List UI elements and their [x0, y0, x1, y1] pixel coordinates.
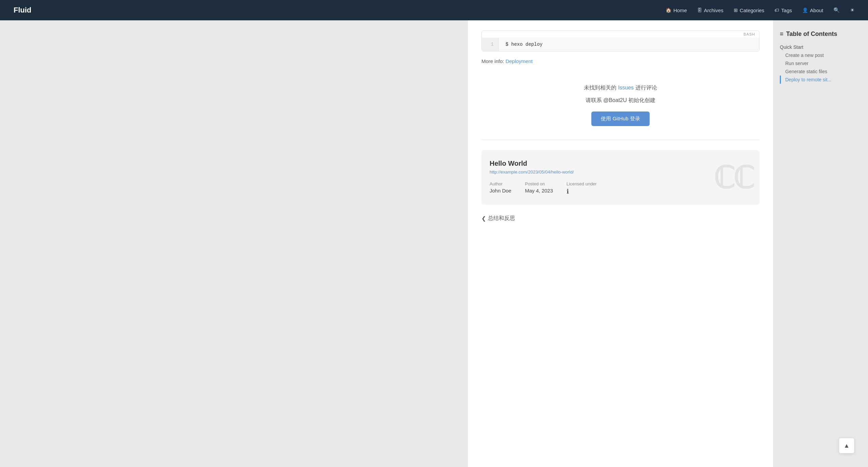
nav-theme[interactable]: ☀ [850, 7, 854, 13]
right-sidebar: ≡ Table of Contents Quick Start Create a… [773, 20, 868, 467]
author-meta: Author John Doe [490, 181, 511, 195]
toc-item-newpost[interactable]: Create a new post [780, 51, 861, 59]
prev-post-link[interactable]: ❮ 总结和反思 [481, 215, 515, 222]
code-body: 1 $ hexo deploy [482, 38, 759, 51]
toc-icon: ≡ [780, 31, 784, 38]
search-icon: 🔍 [833, 7, 840, 13]
navbar-links: 🏠 Home 🗄 Archives ⊞ Categories 🏷 Tags [666, 7, 854, 13]
toc-item-runserver[interactable]: Run server [780, 59, 861, 67]
more-info: More info: Deployment [481, 58, 760, 64]
contact-text: 请联系 @Boat2U 初始化创建 [586, 97, 656, 104]
nav-categories-label: Categories [740, 7, 765, 13]
toc-title: ≡ Table of Contents [780, 31, 861, 38]
license-meta: Licensed under ℹ [567, 181, 597, 195]
issues-link[interactable]: Issues [618, 85, 634, 90]
archives-icon: 🗄 [697, 7, 702, 13]
posted-label: Posted on [525, 181, 553, 186]
toc-item-deploy[interactable]: Deploy to remote sit... [780, 76, 861, 84]
theme-icon: ☀ [850, 7, 854, 13]
nav-tags-label: Tags [781, 7, 792, 13]
back-to-top-icon: ▲ [844, 442, 850, 449]
nav-about[interactable]: 👤 About [802, 7, 823, 13]
date-meta: Posted on May 4, 2023 [525, 181, 553, 195]
toc-item-quickstart[interactable]: Quick Start [780, 43, 861, 51]
page-wrapper: BASH 1 $ hexo deploy More info: Deployme… [0, 0, 868, 467]
main-content: BASH 1 $ hexo deploy More info: Deployme… [468, 20, 773, 467]
toc-item-generate[interactable]: Generate static files [780, 67, 861, 76]
github-login-button[interactable]: 使用 GitHub 登录 [591, 111, 649, 126]
deployment-link[interactable]: Deployment [506, 58, 533, 64]
author-label: Author [490, 181, 511, 186]
posted-value: May 4, 2023 [525, 188, 553, 194]
back-to-top-button[interactable]: ▲ [839, 438, 854, 453]
comment-section: 未找到相关的 Issues 进行评论 请联系 @Boat2U 初始化创建 使用 … [468, 74, 773, 136]
navbar-brand[interactable]: Fluid [14, 6, 32, 15]
user-icon: 👤 [802, 7, 808, 13]
post-title: Hello World [490, 160, 751, 167]
license-label: Licensed under [567, 181, 597, 186]
toc-container: ≡ Table of Contents Quick Start Create a… [780, 31, 861, 84]
toc-list: Quick Start Create a new post Run server… [780, 43, 861, 84]
nav-archives-label: Archives [704, 7, 724, 13]
categories-icon: ⊞ [734, 7, 738, 13]
code-text[interactable]: $ hexo deploy [499, 38, 759, 51]
code-header: BASH [482, 31, 759, 38]
home-icon: 🏠 [666, 7, 671, 13]
nav-about-label: About [810, 7, 823, 13]
post-card: Hello World http://example.com/2023/05/0… [481, 150, 760, 205]
license-icon: ℹ [567, 188, 597, 195]
nav-tags[interactable]: 🏷 Tags [774, 7, 792, 13]
nav-home-label: Home [673, 7, 687, 13]
no-issues-text: 未找到相关的 Issues 进行评论 [584, 84, 657, 92]
code-lang: BASH [744, 32, 755, 36]
line-numbers: 1 [482, 38, 499, 51]
pagination: ❮ 总结和反思 [481, 215, 760, 222]
post-card-info: Hello World http://example.com/2023/05/0… [490, 160, 751, 195]
author-value: John Doe [490, 188, 511, 194]
left-spacer [0, 20, 468, 467]
nav-home[interactable]: 🏠 Home [666, 7, 687, 13]
navbar: Fluid 🏠 Home 🗄 Archives ⊞ Categories 🏷 T… [0, 0, 868, 20]
post-meta: Author John Doe Posted on May 4, 2023 Li… [490, 181, 751, 195]
prev-icon: ❮ [481, 215, 486, 222]
section-divider [481, 140, 760, 140]
nav-archives[interactable]: 🗄 Archives [697, 7, 724, 13]
prev-label: 总结和反思 [488, 215, 515, 222]
nav-search[interactable]: 🔍 [833, 7, 840, 13]
post-url[interactable]: http://example.com/2023/05/04/hello-worl… [490, 169, 751, 175]
nav-categories[interactable]: ⊞ Categories [734, 7, 765, 13]
code-block: BASH 1 $ hexo deploy [481, 31, 760, 52]
tags-icon: 🏷 [774, 7, 779, 13]
